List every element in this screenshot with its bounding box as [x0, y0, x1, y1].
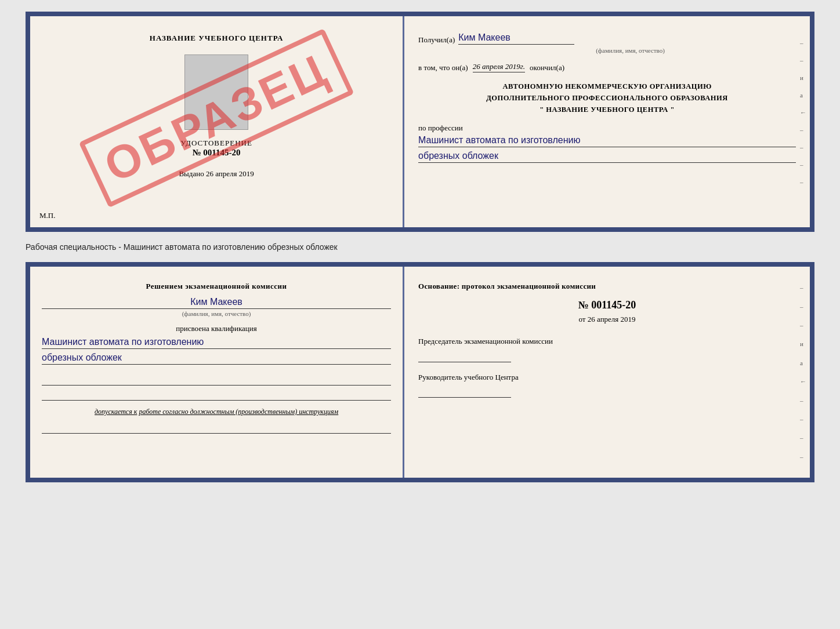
side-dashes-bottom: – – – и а ← – – – –: [800, 267, 806, 478]
top-document: НАЗВАНИЕ УЧЕБНОГО ЦЕНТРА УДОСТОВЕРЕНИЕ №…: [26, 12, 814, 232]
director-title: Руководитель учебного Центра: [418, 372, 796, 383]
protocol-date-prefix: от: [579, 315, 586, 323]
bottom-left-panel: Решением экзаменационной комиссии Ким Ма…: [30, 267, 404, 478]
profession-label: по профессии: [418, 123, 796, 133]
qualification-line2: обрезных обложек: [42, 352, 391, 365]
completed-label: окончил(а): [530, 63, 564, 72]
empty-line-2: [42, 388, 391, 401]
empty-line-3: [42, 421, 391, 434]
bottom-right-panel: Основание: протокол экзаменационной коми…: [404, 267, 810, 478]
certificate-block: УДОСТОВЕРЕНИЕ № 001145-20: [180, 139, 252, 158]
mp-label: М.П.: [39, 211, 55, 220]
допускается-block: допускается к работе согласно должностны…: [95, 408, 338, 416]
profession-line2: обрезных обложек: [418, 151, 796, 163]
допускается-label: допускается к: [95, 408, 137, 416]
protocol-number: № 001145-20: [418, 299, 796, 311]
top-left-panel: НАЗВАНИЕ УЧЕБНОГО ЦЕНТРА УДОСТОВЕРЕНИЕ №…: [30, 16, 404, 227]
profession-line1: Машинист автомата по изготовлению: [418, 135, 796, 147]
recipient-subtitle: (фамилия, имя, отчество): [465, 47, 796, 54]
date-line: в том, что он(а) 26 апреля 2019г. окончи…: [418, 62, 796, 72]
protocol-date: от 26 апреля 2019: [418, 315, 796, 324]
top-right-panel: Получил(а) Ким Макеев (фамилия, имя, отч…: [404, 16, 810, 227]
protocol-date-value: 26 апреля 2019: [588, 315, 636, 323]
bottom-document: Решением экзаменационной комиссии Ким Ма…: [26, 262, 814, 482]
director-block: Руководитель учебного Центра: [418, 372, 796, 398]
issued-label: Выдано: [179, 169, 204, 178]
side-marks-top: – – и а ← – – – –: [800, 39, 806, 186]
school-name-top: НАЗВАНИЕ УЧЕБНОГО ЦЕНТРА: [150, 34, 284, 43]
recipient-label: Получил(а): [418, 35, 455, 45]
person-name: Ким Макеев: [42, 297, 391, 309]
qualification-label: присвоена квалификация: [176, 324, 256, 333]
certificate-number: № 001145-20: [180, 148, 252, 158]
empty-lines: [42, 373, 391, 403]
basis-label: Основание: протокол экзаменационной коми…: [418, 282, 796, 291]
bottom-name-subtitle: (фамилия, имя, отчество): [182, 310, 251, 317]
certificate-label: УДОСТОВЕРЕНИЕ: [180, 139, 252, 148]
recipient-name: Ким Макеев: [458, 32, 574, 45]
chairman-block: Председатель экзаменационной комиссии: [418, 336, 796, 362]
director-signature-line: [418, 385, 511, 398]
issued-block: Выдано 26 апреля 2019: [179, 169, 254, 179]
org-line3: " НАЗВАНИЕ УЧЕБНОГО ЦЕНТРА ": [418, 104, 796, 115]
photo-placeholder: [184, 54, 248, 130]
issued-date: 26 апреля 2019: [206, 169, 254, 178]
caption: Рабочая специальность - Машинист автомат…: [26, 242, 814, 252]
org-line1: АВТОНОМНУЮ НЕКОММЕРЧЕСКУЮ ОРГАНИЗАЦИЮ: [418, 81, 796, 92]
decision-title: Решением экзаменационной комиссии: [146, 282, 287, 291]
recipient-line: Получил(а) Ким Макеев: [418, 32, 796, 45]
org-block: АВТОНОМНУЮ НЕКОММЕРЧЕСКУЮ ОРГАНИЗАЦИЮ ДО…: [418, 81, 796, 115]
org-line2: ДОПОЛНИТЕЛЬНОГО ПРОФЕССИОНАЛЬНОГО ОБРАЗО…: [418, 92, 796, 104]
chairman-signature-line: [418, 350, 511, 362]
допускается-value: работе согласно должностным (производств…: [139, 408, 338, 416]
qualification-line1: Машинист автомата по изготовлению: [42, 337, 391, 349]
chairman-title: Председатель экзаменационной комиссии: [418, 336, 796, 347]
empty-line-1: [42, 373, 391, 386]
date-label: в том, что он(а): [418, 63, 468, 72]
date-value: 26 апреля 2019г.: [473, 62, 525, 72]
